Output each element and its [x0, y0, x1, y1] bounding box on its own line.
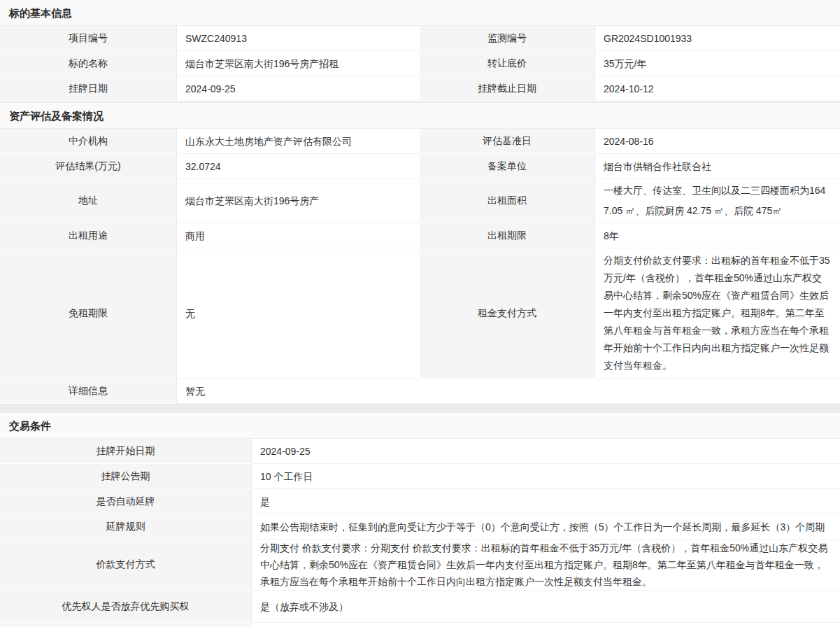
field-value-start-date: 2024-09-25 — [252, 439, 840, 464]
field-value-target-name: 烟台市芝罘区南大街196号房产招租 — [177, 51, 420, 76]
table-row: 地址 烟台市芝罘区南大街196号房产 出租面积 一楼大厅、传达室、卫生间以及二三… — [0, 179, 840, 223]
field-label-rent-term: 出租期限 — [420, 223, 595, 248]
table-row: 出租用途 商用 出租期限 8年 — [0, 223, 840, 248]
field-value-listing-date: 2024-09-25 — [177, 76, 420, 101]
field-label-base-price: 转让底价 — [420, 51, 595, 76]
table-row: 优先权人是否放弃优先购买权 是（放弃或不涉及） — [0, 591, 840, 623]
field-label-start-date: 挂牌开始日期 — [0, 439, 252, 464]
table-row: 是否自动延牌 是 — [0, 489, 840, 514]
field-value-monitor-no: GR2024SD1001933 — [595, 26, 840, 51]
field-value-payment-method: 分期支付 价款支付要求：分期支付 价款支付要求：出租标的首年租金不低于35万元/… — [252, 540, 840, 591]
field-label-eval-result: 评估结果(万元) — [0, 154, 177, 179]
field-value-listing-end: 2024-10-12 — [595, 76, 840, 101]
field-value-rent-use: 商用 — [177, 223, 420, 248]
section-basic-info: 标的基本信息 项目编号 SWZC240913 监测编号 GR2024SD1001… — [0, 0, 840, 101]
field-label-agency: 中介机构 — [0, 129, 177, 154]
field-label-extend-rule: 延牌规则 — [0, 514, 252, 540]
table-row-cutoff — [0, 623, 840, 627]
table-row: 中介机构 山东永大土地房地产资产评估有限公司 评估基准日 2024-08-16 — [0, 129, 840, 154]
field-label-waive-priority: 优先权人是否放弃优先购买权 — [0, 591, 252, 623]
table-row: 挂牌开始日期 2024-09-25 — [0, 439, 840, 464]
evaluation-table: 中介机构 山东永大土地房地产资产评估有限公司 评估基准日 2024-08-16 … — [0, 129, 840, 404]
field-label-project-no: 项目编号 — [0, 26, 177, 51]
field-value-rent-term: 8年 — [595, 223, 840, 248]
field-label-eval-base-date: 评估基准日 — [420, 129, 595, 154]
section-title-basic-info: 标的基本信息 — [0, 0, 840, 26]
field-label-filing-unit: 备案单位 — [420, 154, 595, 179]
field-label-rent-use: 出租用途 — [0, 223, 177, 248]
table-row: 详细信息 暂无 — [0, 379, 840, 404]
trade-conditions-table: 挂牌开始日期 2024-09-25 挂牌公告期 10 个工作日 是否自动延牌 是… — [0, 439, 840, 627]
field-value-rent-area: 一楼大厅、传达室、卫生间以及二三四楼面积为1647.05 ㎡、后院厨房 42.7… — [595, 179, 840, 223]
section-title-trade-conditions: 交易条件 — [0, 413, 840, 439]
field-value-notice-period: 10 个工作日 — [252, 464, 840, 489]
table-row: 项目编号 SWZC240913 监测编号 GR2024SD1001933 — [0, 26, 840, 51]
table-row: 延牌规则 如果公告期结束时，征集到的意向受让方少于等于（0）个意向受让方，按照（… — [0, 514, 840, 540]
field-label-auto-extend: 是否自动延牌 — [0, 489, 252, 514]
field-label-detail-info: 详细信息 — [0, 379, 177, 404]
field-value-base-price: 35万元/年 — [595, 51, 840, 76]
field-value-detail-info: 暂无 — [177, 379, 840, 404]
field-label-monitor-no: 监测编号 — [420, 26, 595, 51]
field-value-eval-result: 32.0724 — [177, 154, 420, 179]
field-value-auto-extend: 是 — [252, 489, 840, 514]
field-label-rent-payment: 租金支付方式 — [420, 248, 595, 379]
table-row: 标的名称 烟台市芝罘区南大街196号房产招租 转让底价 35万元/年 — [0, 51, 840, 76]
field-value-extend-rule: 如果公告期结束时，征集到的意向受让方少于等于（0）个意向受让方，按照（5）个工作… — [252, 514, 840, 540]
field-value-rent-free-term: 无 — [177, 248, 420, 379]
table-row: 免租期限 无 租金支付方式 分期支付价款支付要求：出租标的首年租金不低于35万元… — [0, 248, 840, 379]
field-label-address: 地址 — [0, 179, 177, 223]
field-value-rent-payment: 分期支付价款支付要求：出租标的首年租金不低于35万元/年（含税价），首年租金50… — [595, 248, 840, 379]
table-row: 评估结果(万元) 32.0724 备案单位 烟台市供销合作社联合社 — [0, 154, 840, 179]
section-trade-conditions: 交易条件 挂牌开始日期 2024-09-25 挂牌公告期 10 个工作日 是否自… — [0, 413, 840, 627]
table-row: 挂牌日期 2024-09-25 挂牌截止日期 2024-10-12 — [0, 76, 840, 101]
field-value-project-no: SWZC240913 — [177, 26, 420, 51]
field-value-waive-priority: 是（放弃或不涉及） — [252, 591, 840, 623]
field-label-target-name: 标的名称 — [0, 51, 177, 76]
section-title-evaluation: 资产评估及备案情况 — [0, 103, 840, 129]
section-evaluation: 资产评估及备案情况 中介机构 山东永大土地房地产资产评估有限公司 评估基准日 2… — [0, 103, 840, 404]
table-row: 价款支付方式 分期支付 价款支付要求：分期支付 价款支付要求：出租标的首年租金不… — [0, 540, 840, 591]
field-value-filing-unit: 烟台市供销合作社联合社 — [595, 154, 840, 179]
basic-info-table: 项目编号 SWZC240913 监测编号 GR2024SD1001933 标的名… — [0, 26, 840, 101]
field-label-listing-end: 挂牌截止日期 — [420, 76, 595, 101]
field-label-listing-date: 挂牌日期 — [0, 76, 177, 101]
field-value-agency: 山东永大土地房地产资产评估有限公司 — [177, 129, 420, 154]
field-label-rent-free-term: 免租期限 — [0, 248, 177, 379]
field-label-payment-method: 价款支付方式 — [0, 540, 252, 591]
field-value-eval-base-date: 2024-08-16 — [595, 129, 840, 154]
field-value-address: 烟台市芝罘区南大街196号房产 — [177, 179, 420, 223]
field-label-notice-period: 挂牌公告期 — [0, 464, 252, 489]
field-label-rent-area: 出租面积 — [420, 179, 595, 223]
table-row: 挂牌公告期 10 个工作日 — [0, 464, 840, 489]
